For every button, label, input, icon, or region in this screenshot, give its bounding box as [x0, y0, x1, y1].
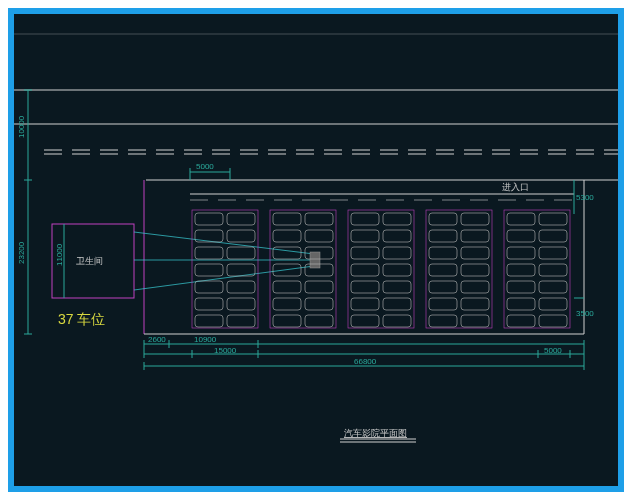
svg-rect-79 [429, 298, 457, 310]
svg-rect-63 [383, 281, 411, 293]
svg-rect-56 [351, 230, 379, 242]
dim-15000: 15000 [214, 346, 237, 355]
svg-line-13 [134, 266, 314, 290]
svg-rect-41 [273, 230, 301, 242]
dim-3500: 3500 [576, 309, 594, 318]
dim-23200: 23200 [17, 241, 26, 264]
svg-rect-67 [383, 315, 411, 327]
dim-10900: 10900 [194, 335, 217, 344]
cad-frame: 10000 23200 卫生间 11000 进入口 5300 5000 [8, 8, 624, 492]
svg-rect-94 [507, 298, 535, 310]
parking-count-label: 37 车位 [58, 311, 105, 327]
svg-rect-28 [195, 247, 223, 259]
svg-rect-74 [461, 247, 489, 259]
restroom-label: 卫生间 [76, 256, 103, 266]
svg-rect-71 [429, 230, 457, 242]
parking-grid [192, 210, 570, 328]
svg-rect-73 [429, 247, 457, 259]
svg-rect-76 [461, 264, 489, 276]
svg-rect-78 [461, 281, 489, 293]
svg-rect-60 [351, 264, 379, 276]
svg-rect-66 [351, 315, 379, 327]
svg-rect-54 [351, 213, 379, 225]
svg-rect-29 [227, 247, 255, 259]
svg-rect-39 [273, 213, 301, 225]
svg-rect-82 [461, 315, 489, 327]
svg-rect-40 [305, 213, 333, 225]
svg-rect-80 [461, 298, 489, 310]
svg-rect-33 [227, 281, 255, 293]
svg-rect-95 [539, 298, 567, 310]
svg-rect-52 [305, 315, 333, 327]
drawing-title: 汽车影院平面图 [344, 428, 407, 438]
screen-icon [310, 252, 320, 268]
svg-rect-59 [383, 247, 411, 259]
svg-rect-58 [351, 247, 379, 259]
svg-rect-87 [539, 230, 567, 242]
svg-rect-81 [429, 315, 457, 327]
parking-column [348, 210, 414, 328]
svg-rect-89 [539, 247, 567, 259]
svg-rect-75 [429, 264, 457, 276]
dim-66800: 66800 [354, 357, 377, 366]
svg-rect-25 [227, 213, 255, 225]
parking-column [504, 210, 570, 328]
svg-rect-49 [273, 298, 301, 310]
svg-rect-88 [507, 247, 535, 259]
svg-rect-97 [539, 315, 567, 327]
svg-rect-43 [273, 247, 301, 259]
svg-rect-27 [227, 230, 255, 242]
svg-rect-72 [461, 230, 489, 242]
svg-rect-62 [351, 281, 379, 293]
svg-rect-47 [273, 281, 301, 293]
dim-10000: 10000 [17, 115, 26, 138]
svg-rect-96 [507, 315, 535, 327]
svg-rect-77 [429, 281, 457, 293]
svg-rect-37 [227, 315, 255, 327]
svg-rect-32 [195, 281, 223, 293]
svg-rect-51 [273, 315, 301, 327]
svg-rect-90 [507, 264, 535, 276]
svg-rect-55 [383, 213, 411, 225]
svg-rect-30 [195, 264, 223, 276]
svg-line-12 [134, 232, 314, 254]
parking-column [270, 210, 336, 328]
svg-rect-61 [383, 264, 411, 276]
dim-5000-end: 5000 [544, 346, 562, 355]
dim-5000-top: 5000 [196, 162, 214, 171]
svg-rect-84 [507, 213, 535, 225]
dim-2600: 2600 [148, 335, 166, 344]
svg-rect-36 [195, 315, 223, 327]
svg-rect-91 [539, 264, 567, 276]
svg-rect-42 [305, 230, 333, 242]
svg-rect-48 [305, 281, 333, 293]
parking-column [192, 210, 258, 328]
svg-rect-69 [429, 213, 457, 225]
svg-rect-92 [507, 281, 535, 293]
dim-5300: 5300 [576, 193, 594, 202]
entrance-label: 进入口 [502, 182, 529, 192]
svg-rect-86 [507, 230, 535, 242]
svg-rect-35 [227, 298, 255, 310]
svg-rect-34 [195, 298, 223, 310]
svg-rect-70 [461, 213, 489, 225]
svg-rect-93 [539, 281, 567, 293]
cad-canvas: 10000 23200 卫生间 11000 进入口 5300 5000 [14, 14, 618, 486]
svg-rect-64 [351, 298, 379, 310]
svg-rect-50 [305, 298, 333, 310]
svg-rect-57 [383, 230, 411, 242]
svg-rect-85 [539, 213, 567, 225]
parking-column [426, 210, 492, 328]
svg-rect-65 [383, 298, 411, 310]
svg-rect-24 [195, 213, 223, 225]
dim-11000: 11000 [55, 243, 64, 266]
